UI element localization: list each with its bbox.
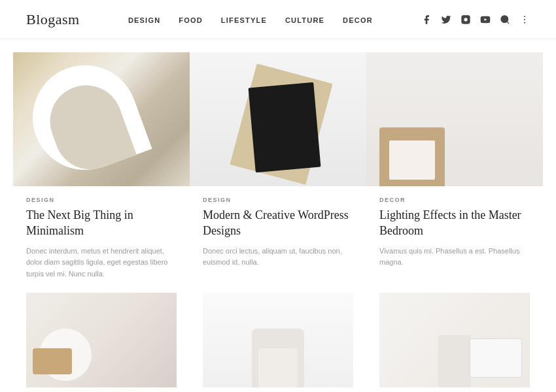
nav-lifestyle[interactable]: LIFESTYLE [221,16,267,24]
youtube-icon[interactable] [480,14,491,25]
search-icon[interactable] [500,14,510,25]
card-category-1: DESIGN [26,197,177,203]
article-card-5 [190,293,366,392]
article-image-4 [26,293,177,387]
article-image-1 [13,52,190,186]
card-category-2: DESIGN [203,197,353,203]
site-header: Blogasm DESIGN FOOD LIFESTYLE CULTURE DE… [0,0,556,39]
svg-point-6 [524,19,525,20]
article-card-6 [366,293,543,392]
article-card-2: DESIGN Modern & Creative WordPress Desig… [190,52,366,293]
article-card-3: DECOR Lighting Effects in the Master Bed… [366,52,543,293]
article-card-1: DESIGN The Next Big Thing in Minimalism … [13,52,190,293]
staircase-image [13,52,190,186]
header-icons [421,14,530,25]
nav-decor[interactable]: DECOR [343,16,373,24]
svg-point-3 [501,16,508,23]
card-excerpt-1: Donec interdum, metus et hendrerit aliqu… [26,246,177,280]
facebook-icon[interactable] [421,14,432,25]
article-image-3 [366,52,543,186]
card-title-2: Modern & Creative WordPress Designs [203,207,353,239]
chair-image [203,293,353,387]
svg-line-4 [507,22,509,24]
more-icon[interactable] [519,14,530,25]
svg-point-7 [524,22,525,24]
nav-food[interactable]: FOOD [179,16,203,24]
card-excerpt-3: Vivamus quis mi. Phasellus a est. Phasel… [379,246,530,269]
books-image [190,52,366,186]
card-title-3: Lighting Effects in the Master Bedroom [379,207,530,239]
svg-point-5 [524,16,525,17]
food-image [26,293,177,387]
nav-culture[interactable]: CULTURE [285,16,324,24]
site-logo[interactable]: Blogasm [26,11,80,28]
instagram-icon[interactable] [460,14,471,25]
article-image-5 [203,293,353,387]
card-title-1: The Next Big Thing in Minimalism [26,207,177,239]
main-content: DESIGN The Next Big Thing in Minimalism … [0,39,556,392]
main-nav: DESIGN FOOD LIFESTYLE CULTURE DECOR [128,14,373,25]
article-image-2 [190,52,366,186]
nav-design[interactable]: DESIGN [128,16,160,24]
card-category-3: DECOR [379,197,530,203]
article-grid: DESIGN The Next Big Thing in Minimalism … [13,52,543,392]
article-image-6 [379,293,530,387]
twitter-icon[interactable] [441,14,451,25]
article-card-4 [13,293,190,392]
bedroom-image [366,52,543,186]
fashion-image [379,293,530,387]
card-excerpt-2: Donec orci lectus, aliquam ut, faucibus … [203,246,353,269]
